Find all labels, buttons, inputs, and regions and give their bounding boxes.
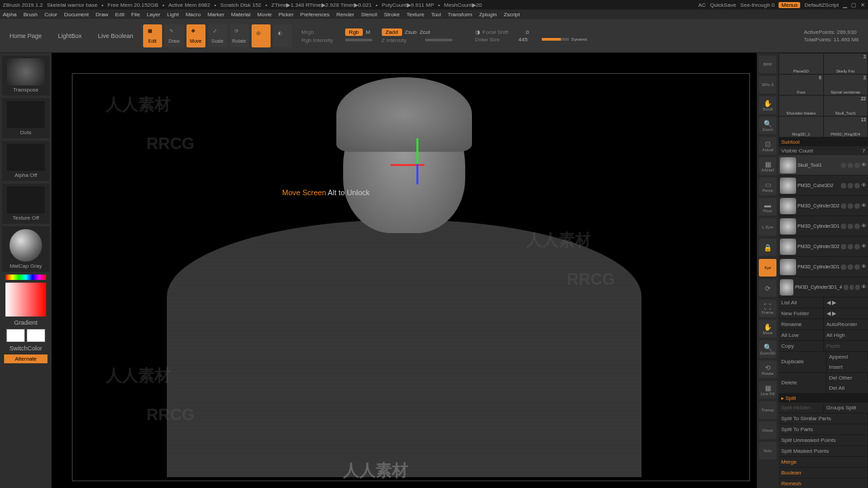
split-unmasked-button[interactable]: Split Unmasked Points	[778, 435, 868, 445]
menu-preferences[interactable]: Preferences	[300, 12, 330, 18]
tool-thumb[interactable]: Ring3D_1	[779, 117, 823, 137]
alpha-slot[interactable]: Alpha Off	[2, 141, 50, 181]
paste-button[interactable]: Paste	[824, 341, 869, 351]
copy-button[interactable]: Copy	[778, 341, 824, 351]
subtool-item[interactable]: PM3D_Cube3D2👁	[778, 176, 868, 196]
main-color-swatch[interactable]	[6, 329, 25, 342]
menu-texture[interactable]: Texture	[406, 12, 424, 18]
rename-button[interactable]: Rename	[778, 319, 824, 329]
ghost-button[interactable]: Ghost	[759, 422, 776, 439]
texture-slot[interactable]: Texture Off	[2, 184, 50, 224]
zoom3d-button[interactable]: 🔍Zoom3D	[759, 340, 776, 358]
insert-button[interactable]: Insert	[827, 362, 869, 372]
frame-button[interactable]: ⛶Frame	[759, 300, 776, 317]
viewport[interactable]: Move Screen Alt to Unlock www.rrcg.cn 人人…	[52, 53, 757, 488]
bpr-button[interactable]: BPR	[759, 56, 776, 73]
rotate-nav-button[interactable]: ⟲Rotate	[759, 361, 776, 378]
tool-thumb[interactable]: 3Spinal vertabrae	[824, 75, 868, 95]
linefill-button[interactable]: ▦Line Fill	[759, 381, 776, 399]
spix-button[interactable]: SPix 3	[759, 76, 776, 94]
persp-button[interactable]: ▭Persp	[759, 178, 776, 195]
split-parts-button[interactable]: Split To Parts	[778, 424, 868, 434]
menu-layer[interactable]: Layer	[146, 12, 160, 18]
lightbox-button[interactable]: LightBox	[52, 28, 89, 43]
split-header[interactable]: ▸ Split	[778, 394, 868, 403]
secondary-color-swatch[interactable]	[26, 329, 45, 342]
subtool-item[interactable]: Skull_Tool1👁	[778, 155, 868, 176]
menu-material[interactable]: Material	[231, 12, 250, 18]
window-min-icon[interactable]: ▁	[843, 2, 847, 8]
all-high-button[interactable]: All High	[824, 330, 869, 340]
menu-tool[interactable]: Tool	[431, 12, 441, 18]
menu-stencil[interactable]: Stencil	[361, 12, 377, 18]
rgb-toggle[interactable]: Rgb	[345, 28, 363, 36]
subtool-item[interactable]: PM3D_Cylinder3D1_4👁	[778, 277, 868, 298]
autoreorder-button[interactable]: AutoReorder	[824, 319, 869, 329]
stroke-dots[interactable]: Dots	[2, 98, 50, 138]
menu-brush[interactable]: Brush	[23, 12, 37, 18]
z-intensity-slider[interactable]: Z Intensity	[382, 37, 422, 43]
local-sym-button[interactable]: L.Sym	[759, 218, 776, 236]
move-nav-button[interactable]: ✋Move	[759, 320, 776, 338]
zadd-toggle[interactable]: Zadd	[382, 28, 402, 36]
sculptris-button[interactable]: ◐	[273, 24, 292, 47]
scroll-button[interactable]: ✋Scroll	[759, 96, 776, 114]
menu-document[interactable]: Document	[64, 12, 89, 18]
menu-draw[interactable]: Draw	[96, 12, 108, 18]
move-mode-button[interactable]: ✥Move	[186, 24, 205, 47]
live-boolean-button[interactable]: Live Boolean	[92, 28, 140, 43]
menu-file[interactable]: File	[131, 12, 140, 18]
material-slot[interactable]: MatCap Gray	[2, 226, 50, 272]
subtool-item[interactable]: PM3D_Cylinder3D2👁	[778, 196, 868, 216]
menu-zplugin[interactable]: Zplugin	[479, 12, 496, 18]
lock-button[interactable]: 🔒	[759, 239, 776, 256]
menu-stroke[interactable]: Stroke	[384, 12, 399, 18]
menu-alpha[interactable]: Alpha	[3, 12, 16, 18]
subtool-item[interactable]: PM3D_Cylinder3D1👁	[778, 216, 868, 237]
scale-mode-button[interactable]: ⤢Scale	[208, 24, 227, 47]
home-page-button[interactable]: Home Page	[3, 28, 49, 43]
menu-picker[interactable]: Picker	[279, 12, 294, 18]
boolean-header[interactable]: Boolean	[778, 468, 868, 478]
tool-thumb[interactable]: 6Foot	[779, 75, 823, 95]
split-similar-button[interactable]: Split To Similar Parts	[778, 413, 868, 424]
split-masked-button[interactable]: Split Masked Points	[778, 446, 868, 456]
menu-edit[interactable]: Edit	[115, 12, 125, 18]
transform-gizmo[interactable]	[397, 145, 438, 186]
rgb-intensity-slider[interactable]: Rgb Intensity	[302, 37, 342, 43]
append-button[interactable]: Append	[827, 352, 869, 362]
menus-button[interactable]: Menus	[778, 2, 800, 8]
switch-color-button[interactable]: SwitchColor	[9, 345, 42, 352]
subtool-item[interactable]: PM3D_Cylinder3D1👁	[778, 257, 868, 277]
seethrough-slider[interactable]: See-through 0	[741, 2, 775, 8]
split-hidden-button[interactable]: Split Hidden	[778, 403, 824, 413]
delete-button[interactable]: Delete	[778, 373, 827, 393]
rotate-mode-button[interactable]: ⟳Rotate	[230, 24, 249, 47]
all-low-button[interactable]: All Low	[778, 330, 824, 340]
menu-movie[interactable]: Movie	[257, 12, 271, 18]
new-folder-button[interactable]: New Folder	[778, 308, 824, 319]
tool-thumb[interactable]: 13PM3D_Ring3D4	[824, 117, 868, 137]
folder-arrows[interactable]: ◀ ▶	[824, 308, 869, 319]
aahalf-button[interactable]: ▦AAHalf	[759, 157, 776, 175]
gradient-label[interactable]: Gradient	[14, 319, 38, 326]
tool-thumb[interactable]: Plane3D	[779, 54, 823, 74]
menu-light[interactable]: Light	[167, 12, 178, 18]
menu-render[interactable]: Render	[336, 12, 354, 18]
duplicate-button[interactable]: Duplicate	[778, 352, 827, 372]
gizmo-button[interactable]: ◎	[252, 24, 271, 47]
window-max-icon[interactable]: ▢	[851, 2, 856, 8]
default-zscript[interactable]: DefaultZScript	[804, 2, 839, 8]
actual-button[interactable]: ⊡Actual	[759, 137, 776, 155]
del-other-button[interactable]: Del Other	[827, 373, 869, 383]
menu-color[interactable]: Color	[44, 12, 57, 18]
quicksave-button[interactable]: QuickSave	[710, 2, 736, 8]
alternate-button[interactable]: Alternate	[4, 354, 47, 363]
hue-strip[interactable]	[5, 274, 46, 280]
tool-thumb[interactable]: 3Skelly Fist	[824, 54, 868, 74]
xyz-button[interactable]: Xyz	[759, 259, 776, 277]
merge-header[interactable]: Merge	[778, 457, 868, 467]
menu-transform[interactable]: Transform	[448, 12, 472, 18]
menu-macro[interactable]: Macro	[186, 12, 201, 18]
transpose-tool[interactable]: Transpose	[2, 56, 50, 96]
